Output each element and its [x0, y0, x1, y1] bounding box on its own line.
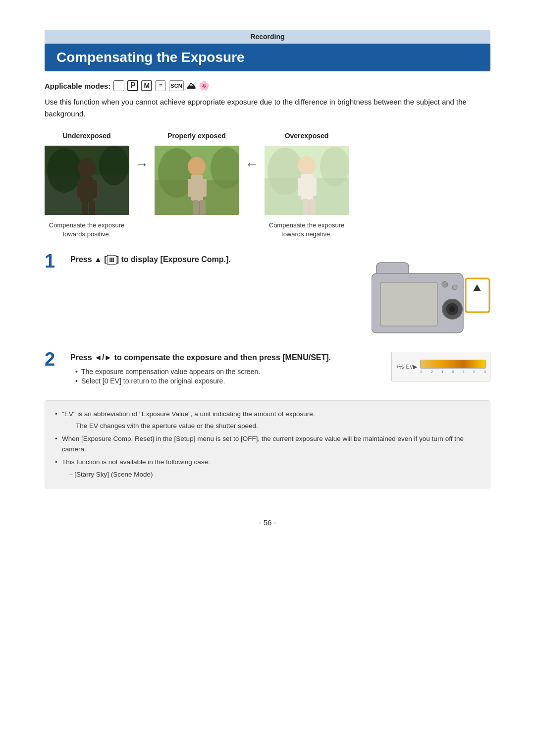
- svg-point-35: [449, 306, 455, 312]
- arrow-left-container: ←: [239, 132, 265, 172]
- underexposed-svg: [45, 146, 129, 215]
- mode-icon-m: M: [141, 80, 152, 91]
- mode-icon-mountain: ⛰: [187, 81, 196, 91]
- step-2-bullets: The exposure compensation value appears …: [70, 368, 383, 385]
- camera-svg: [372, 254, 490, 338]
- ev-plus-label: +⅓ EV▶: [396, 364, 417, 370]
- notes-list: "EV" is an abbreviation of "Exposure Val…: [55, 409, 480, 467]
- step-2-number: 2: [45, 350, 62, 369]
- arrow-right-icon: →: [135, 157, 149, 172]
- svg-rect-29: [310, 199, 316, 215]
- svg-point-37: [452, 285, 457, 290]
- overexposed-svg: [265, 146, 349, 215]
- svg-point-4: [78, 158, 96, 178]
- applicable-modes: Applicable modes: P M ≡ SCN ⛰ 🌸: [45, 80, 490, 91]
- step-1-icon: ⊞: [107, 255, 116, 265]
- step-2-bullet-1: The exposure compensation value appears …: [75, 368, 383, 376]
- ev-ticks: 3 2 1 0 1 2 3: [420, 370, 486, 374]
- step-1-image: [372, 254, 490, 338]
- step-1-content: Press ▲ [⊞] to display [Exposure Comp.].: [70, 254, 364, 270]
- exposure-underexposed: Underexposed: [45, 132, 129, 239]
- step-1-number: 1: [45, 252, 62, 270]
- underexposed-label: Underexposed: [62, 132, 110, 140]
- ev-bar: [420, 360, 486, 369]
- svg-point-14: [188, 157, 206, 176]
- step-2-content: Press ◄/► to compensate the exposure and…: [70, 352, 383, 386]
- svg-rect-8: [82, 201, 88, 215]
- exposure-examples: Underexposed: [45, 132, 490, 239]
- overexposed-photo: [265, 146, 349, 215]
- svg-point-3: [99, 146, 129, 185]
- page-title: Compensating the Exposure: [45, 44, 490, 71]
- ev-bar-wrapper: 3 2 1 0 1 2 3: [420, 360, 486, 374]
- mode-icon-menu: ≡: [155, 80, 166, 91]
- note-3-indent: – [Starry Sky] (Scene Mode): [55, 469, 480, 480]
- step-2-image: +⅓ EV▶ 3 2 1 0 1 2 3: [391, 352, 490, 381]
- svg-point-36: [442, 281, 448, 287]
- ev-bar-container: +⅓ EV▶ 3 2 1 0 1 2 3: [391, 352, 490, 381]
- svg-rect-19: [200, 200, 206, 215]
- exposure-overexposed: Overexposed Compensate the expos: [265, 132, 349, 239]
- note-2: When [Exposure Comp. Reset] in the [Setu…: [55, 433, 480, 455]
- underexposed-caption: Compensate the exposure towards positive…: [49, 221, 124, 239]
- svg-rect-6: [77, 180, 82, 198]
- overexposed-label: Overexposed: [285, 132, 329, 140]
- svg-rect-27: [312, 178, 317, 196]
- mode-icon-flower: 🌸: [199, 80, 210, 91]
- page-number: - 56 -: [45, 518, 490, 527]
- note-1-indent: The EV changes with the aperture value o…: [62, 421, 480, 432]
- recording-header: Recording: [45, 30, 490, 44]
- mode-icon-grid: [113, 80, 124, 91]
- svg-point-24: [298, 156, 316, 175]
- svg-rect-26: [298, 178, 303, 196]
- arrow-left-icon: ←: [245, 157, 259, 172]
- arrow-right-container: →: [129, 132, 155, 172]
- svg-rect-18: [193, 200, 199, 215]
- camera-diagram: [372, 254, 490, 338]
- overexposed-caption: Compensate the exposure towards negative…: [269, 221, 344, 239]
- exposure-proper: Properly exposed: [155, 132, 239, 215]
- note-3: This function is not available in the fo…: [55, 457, 480, 468]
- step-1: 1 Press ▲ [⊞] to display [Exposure Comp.…: [45, 254, 490, 338]
- svg-point-23: [320, 147, 349, 186]
- svg-rect-17: [202, 179, 207, 197]
- mode-icon-p: P: [127, 80, 138, 91]
- svg-rect-7: [92, 180, 97, 198]
- mode-icon-scn: SCN: [169, 80, 183, 91]
- svg-rect-16: [188, 179, 193, 197]
- properly-exposed-label: Properly exposed: [167, 132, 226, 140]
- recording-label: Recording: [250, 33, 284, 41]
- step-1-text: Press ▲ [⊞] to display [Exposure Comp.].: [70, 254, 364, 266]
- properly-exposed-svg: [155, 146, 239, 215]
- svg-rect-28: [303, 199, 309, 215]
- svg-point-2: [47, 148, 82, 193]
- step-2-text: Press ◄/► to compensate the exposure and…: [70, 352, 383, 364]
- underexposed-photo: [45, 146, 129, 215]
- svg-rect-9: [89, 201, 95, 215]
- applicable-modes-label: Applicable modes:: [45, 82, 110, 90]
- steps-section: 1 Press ▲ [⊞] to display [Exposure Comp.…: [45, 254, 490, 386]
- svg-rect-32: [380, 282, 437, 326]
- step-2-bullet-2: Select [0 EV] to return to the original …: [75, 377, 383, 385]
- description-text: Use this function when you cannot achiev…: [45, 96, 490, 120]
- properly-exposed-photo: [155, 146, 239, 215]
- page-wrapper: Recording Compensating the Exposure Appl…: [0, 0, 535, 756]
- note-1: "EV" is an abbreviation of "Exposure Val…: [55, 409, 480, 431]
- notes-box: "EV" is an abbreviation of "Exposure Val…: [45, 400, 490, 488]
- svg-marker-39: [473, 284, 481, 291]
- step-2: 2 Press ◄/► to compensate the exposure a…: [45, 352, 490, 386]
- svg-rect-38: [466, 278, 489, 312]
